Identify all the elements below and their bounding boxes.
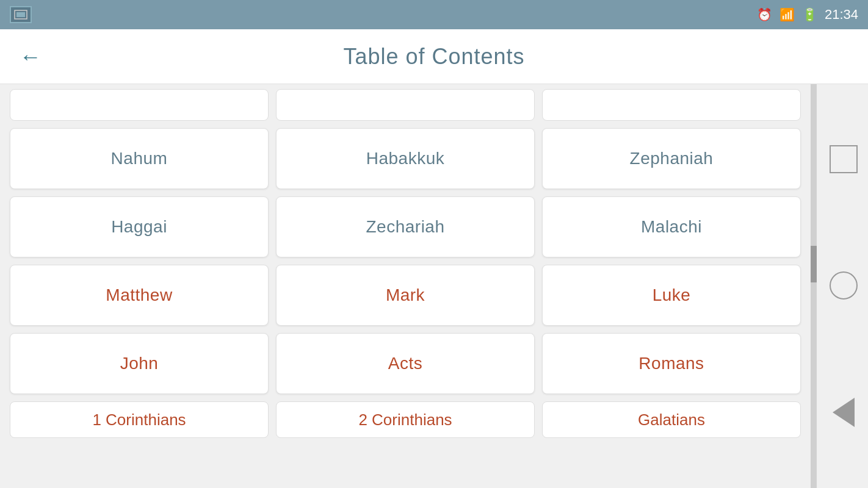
alarm-icon: ⏰	[757, 7, 772, 22]
book-btn-2corinthians[interactable]: 2 Corinthians	[276, 401, 535, 438]
book-btn-matthew[interactable]: Matthew	[10, 265, 269, 326]
svg-rect-1	[16, 12, 25, 17]
book-btn-romans[interactable]: Romans	[542, 333, 801, 394]
book-btn-malachi[interactable]: Malachi	[542, 196, 801, 257]
status-time: 21:34	[825, 7, 858, 23]
battery-icon: 🔋	[802, 7, 817, 22]
book-btn-zechariah[interactable]: Zechariah	[276, 196, 535, 257]
book-btn-john[interactable]: John	[10, 333, 269, 394]
book-btn-haggai[interactable]: Haggai	[10, 196, 269, 257]
top-partial-row	[10, 89, 801, 121]
status-bar-left	[10, 6, 32, 23]
book-btn-1corinthians[interactable]: 1 Corinthians	[10, 401, 269, 438]
partial-btn-1	[10, 89, 269, 121]
app-icon	[10, 6, 32, 23]
back-triangle-button[interactable]	[833, 398, 855, 427]
book-btn-galatians[interactable]: Galatians	[542, 401, 801, 438]
book-btn-habakkuk[interactable]: Habakkuk	[276, 128, 535, 189]
status-bar-right: ⏰ 📶 🔋 21:34	[757, 7, 858, 23]
partial-btn-2	[276, 89, 535, 121]
right-controls	[819, 84, 868, 488]
book-btn-mark[interactable]: Mark	[276, 265, 535, 326]
scrollbar[interactable]	[811, 84, 817, 488]
partial-btn-3	[542, 89, 801, 121]
book-grid-area: Nahum Habakkuk Zephaniah Haggai Zecharia…	[0, 84, 811, 488]
main-content: Nahum Habakkuk Zephaniah Haggai Zecharia…	[0, 84, 868, 488]
status-bar: ⏰ 📶 🔋 21:34	[0, 0, 868, 29]
book-grid: Nahum Habakkuk Zephaniah Haggai Zecharia…	[10, 128, 801, 394]
circle-button[interactable]	[830, 271, 858, 300]
back-button[interactable]: ←	[20, 46, 42, 68]
app-bar: ← Table of Contents	[0, 29, 868, 84]
book-btn-luke[interactable]: Luke	[542, 265, 801, 326]
book-btn-nahum[interactable]: Nahum	[10, 128, 269, 189]
book-btn-zephaniah[interactable]: Zephaniah	[542, 128, 801, 189]
page-title: Table of Contents	[343, 44, 524, 70]
scrollbar-thumb[interactable]	[811, 246, 817, 282]
bottom-partial-row: 1 Corinthians 2 Corinthians Galatians	[10, 401, 801, 438]
square-button[interactable]	[830, 145, 858, 173]
signal-icon: 📶	[779, 7, 795, 22]
book-btn-acts[interactable]: Acts	[276, 333, 535, 394]
